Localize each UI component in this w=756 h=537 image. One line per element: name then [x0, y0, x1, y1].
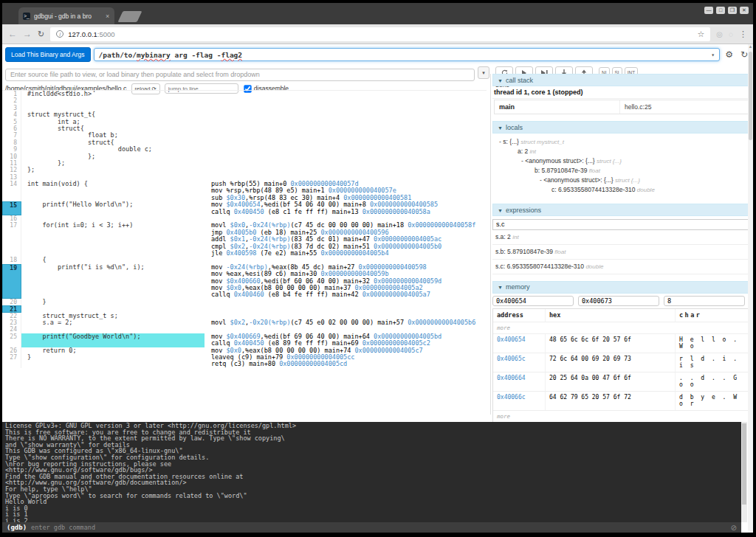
memory-start-address-input[interactable] [492, 296, 574, 306]
memory-more-link[interactable]: more [493, 322, 514, 333]
expression-row[interactable]: s.c: 6.9533558074413328e-310 double [492, 260, 751, 274]
memory-address[interactable]: 0x400654 [493, 334, 545, 353]
local-variable-row[interactable]: - <anonymous struct>: {...} struct {...} [494, 156, 749, 165]
source-text: printf("Hello World\n"); [21, 201, 205, 215]
source-line[interactable]: 1#include<stdio.h> [2, 91, 487, 97]
extension2-icon[interactable]: ◌ [729, 30, 733, 38]
memory-more-link[interactable]: more [493, 411, 514, 422]
memory-panel: ▼memory addresshexcharmore0x40065448 65 … [492, 281, 751, 423]
source-line[interactable]: 12}; [2, 167, 487, 173]
line-number-gutter[interactable]: 16 [2, 215, 21, 222]
source-file-input[interactable] [5, 69, 475, 81]
line-number-gutter[interactable]: 27 [2, 354, 21, 368]
browser-menu-icon[interactable]: ⋮ [739, 30, 747, 39]
browser-window: >_ gdbgui - gdb in a bro × — □ ❐ ✕ ← → ↻… [2, 3, 753, 533]
expression-input[interactable] [492, 219, 751, 230]
line-number-gutter[interactable]: 17 [2, 222, 21, 257]
line-number-gutter[interactable]: 8 [2, 139, 21, 146]
source-dropdown-button[interactable]: ▾ [478, 66, 489, 79]
source-line[interactable]: 10 }; [2, 153, 487, 160]
line-number-gutter[interactable]: 12 [2, 167, 21, 173]
source-line[interactable]: 23 s.a = 2;movl $0x2,-0x20(%rbp)(c7 45 e… [2, 319, 487, 326]
line-number-gutter[interactable]: 7 [2, 132, 21, 139]
forward-icon[interactable]: → [23, 29, 32, 39]
browser-tab[interactable]: >_ gdbgui - gdb in a bro × [18, 7, 114, 24]
url-bar[interactable]: i 127.0.0.1 :5000 ☆ [50, 27, 710, 41]
local-variable-row[interactable]: a: 2 int [494, 146, 749, 156]
source-line[interactable]: 11 }; [2, 160, 487, 167]
source-text: } [21, 354, 205, 368]
line-number-gutter[interactable]: 25 [2, 333, 21, 347]
line-number-gutter[interactable]: 20 [2, 299, 21, 305]
minimize-icon[interactable]: — [704, 7, 713, 14]
line-number-gutter[interactable]: 10 [2, 153, 21, 160]
source-text: printf("Goodbye World\n"); [21, 333, 205, 347]
source-line[interactable]: 2 [2, 97, 487, 104]
page-info-icon[interactable]: i [56, 30, 63, 38]
expressions-header[interactable]: ▼expressions [492, 204, 751, 216]
line-number-gutter[interactable]: 13 [2, 174, 21, 181]
stack-frame-row[interactable]: main hello.c:25 [494, 100, 749, 114]
expression-row[interactable]: s.b: 5.87910847e-39 float [492, 245, 751, 260]
signal-ban-icon[interactable]: ⊘ [731, 524, 737, 532]
line-number-gutter[interactable]: 5 [2, 119, 21, 125]
breakpoint-gutter[interactable]: 19 [2, 264, 21, 299]
line-number-gutter[interactable]: 1 [2, 91, 21, 97]
source-line[interactable]: 20 } [2, 299, 487, 305]
source-line[interactable]: 15 printf("Hello World\n");mov $0x400654… [2, 201, 487, 215]
source-text: #include<stdio.h> [21, 91, 205, 97]
line-number-gutter[interactable]: 3 [2, 105, 21, 111]
memory-address[interactable]: 0x40065c [493, 353, 545, 372]
breakpoint-gutter[interactable]: 15 [2, 201, 21, 215]
restore-icon[interactable]: ❐ [728, 7, 737, 14]
line-number-gutter[interactable]: 4 [2, 111, 21, 118]
memory-address[interactable]: 0x40066c [493, 392, 545, 410]
maximize-icon[interactable]: □ [716, 7, 725, 14]
line-number-gutter[interactable]: 9 [2, 146, 21, 153]
line-number-gutter[interactable]: 2 [2, 97, 21, 104]
console-scrollbar[interactable] [741, 422, 747, 522]
local-variable-row[interactable]: - <anonymous struct>: {...} struct {...} [494, 175, 749, 184]
memory-header[interactable]: ▼memory [492, 281, 751, 294]
source-line[interactable]: 17 for(int i=0; i < 3; i++)movl $0x0,-0x… [2, 222, 487, 257]
binary-args-input[interactable]: /path/to/mybinary arg -flag -flag2 ▾ [94, 48, 721, 61]
source-line[interactable]: 27}leaveq (c9) main+79 0x00000000004005c… [2, 354, 487, 368]
bookmark-star-icon[interactable]: ☆ [697, 30, 704, 39]
back-icon[interactable]: ← [8, 29, 17, 39]
memory-end-address-input[interactable] [578, 296, 659, 306]
line-number-gutter[interactable]: 26 [2, 347, 21, 354]
binary-dropdown-caret-icon[interactable]: ▾ [711, 52, 715, 58]
local-variable-row[interactable]: c: 6.9533558074413328e-310 double [494, 184, 749, 194]
breakpoint-gutter[interactable]: 21 [2, 305, 21, 312]
source-text: int main(void) { [21, 181, 205, 201]
tab-close-icon[interactable]: × [106, 13, 109, 20]
line-number-gutter[interactable]: 14 [2, 181, 21, 201]
extension-icon[interactable]: ◎ [716, 30, 723, 38]
local-variable-row[interactable]: b: 5.87910847e-39 float [494, 165, 749, 175]
close-icon[interactable]: ✕ [740, 7, 749, 14]
reload-icon[interactable]: ↻ [38, 30, 44, 39]
line-number-gutter[interactable]: 18 [2, 257, 21, 263]
page-scrollbar[interactable]: ▲ [748, 44, 753, 533]
line-number-gutter[interactable]: 6 [2, 125, 21, 132]
memory-bytes-per-row-input[interactable] [664, 296, 745, 306]
source-line[interactable]: 14int main(void) {push %rbp(55) main+0 0… [2, 181, 487, 201]
line-number-gutter[interactable]: 11 [2, 160, 21, 167]
settings-gear-icon[interactable]: ⚙ [723, 49, 735, 60]
memory-address[interactable]: 0x400664 [493, 373, 545, 391]
new-tab-button[interactable] [118, 11, 142, 22]
local-variable-row[interactable]: - s: {...} struct mystruct_t [494, 136, 749, 146]
source-line[interactable]: 19 printf("i is %d\n", i);mov -0x24(%rbp… [2, 264, 487, 299]
expression-row[interactable]: s.a: 2 int [492, 230, 751, 245]
memory-char: r l d . i . i s [675, 353, 750, 372]
line-number-gutter[interactable]: 23 [2, 319, 21, 326]
line-number-gutter[interactable]: 22 [2, 313, 21, 319]
gdb-command-input[interactable] [31, 524, 726, 531]
gdb-console[interactable]: License GPLv3+: GNU GPL version 3 or lat… [2, 422, 741, 522]
load-binary-button[interactable]: Load This Binary and Args [5, 47, 91, 62]
call-stack-header[interactable]: ▼call stack [492, 74, 751, 86]
locals-header[interactable]: ▼locals [492, 121, 751, 134]
pane-divider [490, 74, 491, 415]
line-number-gutter[interactable]: 24 [2, 326, 21, 333]
source-line[interactable]: 25 printf("Goodbye World\n");mov $0x4006… [2, 333, 487, 347]
